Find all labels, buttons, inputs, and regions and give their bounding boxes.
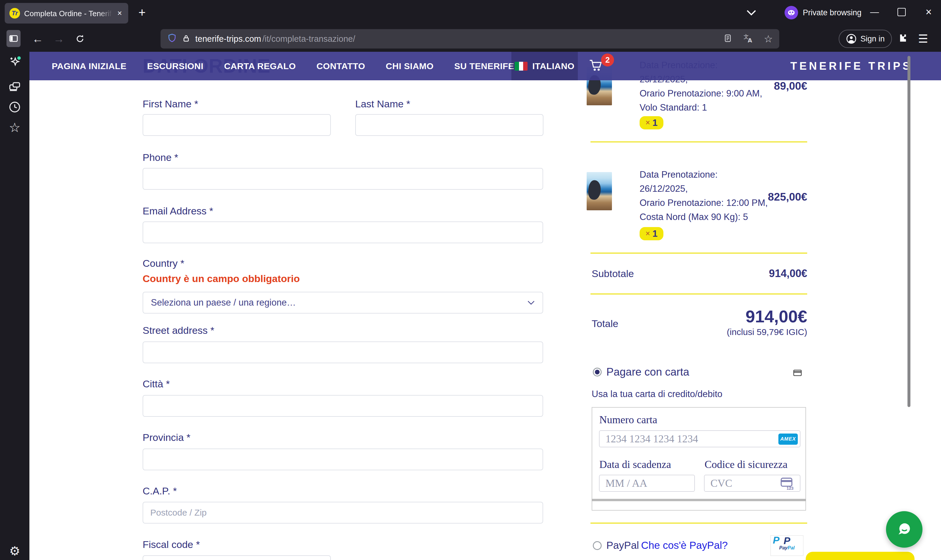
lock-icon[interactable] — [182, 34, 191, 44]
summary-divider — [590, 142, 807, 142]
email-field[interactable] — [143, 222, 543, 243]
subtotal-value: 914,00€ — [660, 267, 807, 280]
summary-divider — [590, 294, 807, 294]
language-selector[interactable]: ITALIANO — [511, 52, 578, 80]
sign-in-button[interactable]: Sign in — [839, 30, 892, 48]
extensions-icon[interactable] — [896, 32, 908, 45]
card-number-field[interactable] — [599, 430, 800, 447]
first-name-label: First Name * — [143, 98, 198, 110]
reader-mode-icon[interactable] — [723, 33, 732, 45]
tab-close-icon[interactable]: × — [115, 8, 125, 18]
quantity-badge: ×1 — [640, 227, 663, 240]
url-bar[interactable]: tenerife-trips.com /it/completa-transazi… — [161, 29, 779, 49]
card-payment-description: Usa la tua carta di credito/debito — [592, 389, 723, 399]
postcode-field[interactable] — [143, 502, 543, 523]
bookmark-star-icon[interactable]: ☆ — [764, 33, 773, 45]
nav-item-gift-card[interactable]: CARTA REGALO — [224, 61, 296, 71]
last-name-label: Last Name * — [355, 98, 410, 110]
ai-chatbot-icon[interactable] — [0, 56, 29, 70]
tab-bar: Tr Completa Ordine - Tenerife Trips × + … — [0, 0, 941, 26]
cart-badge: 2 — [601, 54, 614, 66]
total-value: 914,00€ — [660, 306, 807, 326]
back-icon[interactable]: ← — [31, 31, 45, 47]
chat-bubble-icon — [895, 520, 914, 539]
payment-divider — [590, 523, 807, 523]
svg-text:A: A — [747, 37, 752, 43]
tracking-shield-icon[interactable] — [167, 33, 177, 45]
site-favicon: Tr — [9, 8, 20, 18]
translate-icon[interactable]: 文A — [743, 33, 753, 45]
minimize-icon[interactable]: — — [867, 3, 882, 21]
bookmarks-star-icon[interactable]: ☆ — [0, 121, 29, 134]
private-browsing-label: Private browsing — [803, 8, 862, 17]
tabs-list-chevron-icon[interactable] — [746, 8, 757, 18]
total-label: Totale — [592, 318, 618, 329]
postcode-label: C.A.P. * — [143, 485, 177, 497]
email-label: Email Address * — [143, 205, 213, 217]
menu-icon[interactable]: ☰ — [918, 31, 928, 47]
window-controls: — × — [867, 3, 936, 21]
street-field[interactable] — [143, 342, 543, 363]
last-name-field[interactable] — [355, 114, 543, 136]
new-tab-button[interactable]: + — [135, 5, 149, 21]
amex-badge: AMEX — [778, 434, 798, 445]
sign-in-label: Sign in — [860, 34, 885, 43]
first-name-field[interactable] — [143, 114, 331, 136]
card-payment-radio[interactable] — [593, 368, 602, 377]
expiry-field[interactable] — [599, 475, 695, 492]
nav-item-excursions[interactable]: ESCURSIONI — [147, 61, 203, 71]
settings-gear-icon[interactable]: ⚙ — [0, 545, 29, 558]
card-details-box: Numero carta AMEX Data di scadenza Codic… — [592, 407, 806, 500]
fiscal-code-field[interactable] — [143, 555, 331, 560]
country-select-placeholder: Seleziona un paese / una regione… — [151, 297, 296, 308]
nav-item-contact[interactable]: CONTATTO — [317, 61, 365, 71]
promo-bar[interactable] — [806, 552, 915, 560]
nav-item-home[interactable]: PAGINA INIZIALE — [52, 61, 126, 71]
synced-tabs-icon[interactable] — [0, 80, 29, 94]
url-path: /it/completa-transazione/ — [262, 34, 355, 44]
subtotal-label: Subtotale — [592, 268, 634, 279]
language-label: ITALIANO — [532, 61, 574, 71]
sidebar-toggle-button[interactable] — [6, 30, 21, 47]
quantity-badge: ×1 — [640, 116, 663, 129]
card-payment-label: Pagare con carta — [606, 366, 689, 378]
phone-field[interactable] — [143, 168, 543, 190]
private-mask-icon — [784, 6, 798, 19]
country-label: Country * — [143, 258, 185, 269]
card-box-divider — [592, 499, 806, 501]
private-browsing-indicator: Private browsing — [784, 6, 862, 19]
firefox-sidebar: ☆ ⚙ — [0, 52, 29, 560]
chat-widget-button[interactable] — [886, 511, 923, 548]
country-select[interactable]: Seleziona un paese / una regione… — [143, 292, 543, 314]
city-label: Città * — [143, 378, 170, 390]
reload-icon[interactable] — [73, 31, 87, 47]
cvc-card-icon: 123 — [779, 476, 795, 491]
page-content: DATI ORDINE PAGINA INIZIALE ESCURSIONI C… — [29, 52, 941, 560]
nav-item-about[interactable]: CHI SIAMO — [386, 61, 434, 71]
restore-icon[interactable] — [895, 3, 909, 21]
paypal-logo: PP PayPal — [770, 535, 803, 556]
card-box-footer — [592, 501, 806, 511]
province-field[interactable] — [143, 449, 543, 470]
site-navbar: PAGINA INIZIALE ESCURSIONI CARTA REGALO … — [29, 52, 941, 80]
browser-tab[interactable]: Tr Completa Ordine - Tenerife Trips × — [5, 3, 128, 23]
card-number-label: Numero carta — [599, 414, 657, 426]
nav-item-tenerife[interactable]: SU TENERIFE — [454, 61, 514, 71]
street-label: Street address * — [143, 325, 214, 336]
order-item-image[interactable] — [587, 172, 612, 210]
cart-button[interactable]: 2 — [588, 57, 612, 78]
site-logo[interactable]: TENERIFE TRIPS — [790, 52, 912, 80]
phone-label: Phone * — [143, 152, 178, 163]
paypal-radio[interactable] — [593, 541, 602, 550]
history-clock-icon[interactable] — [0, 101, 29, 115]
city-field[interactable] — [143, 395, 543, 417]
page-scrollbar[interactable] — [907, 56, 910, 407]
paypal-info-link[interactable]: Che cos'è PayPal? — [641, 539, 728, 551]
country-error-message: Country è un campo obbligatorio — [143, 273, 300, 285]
close-icon[interactable]: × — [922, 3, 936, 21]
browser-toolbar: ← → tenerife-trips.com /it/completa-tran… — [0, 26, 941, 52]
expiry-label: Data di scadenza — [599, 458, 671, 471]
credit-card-icon — [793, 369, 802, 377]
fiscal-code-label: Fiscal code * — [143, 539, 200, 550]
item-price: 825,00€ — [719, 191, 807, 203]
